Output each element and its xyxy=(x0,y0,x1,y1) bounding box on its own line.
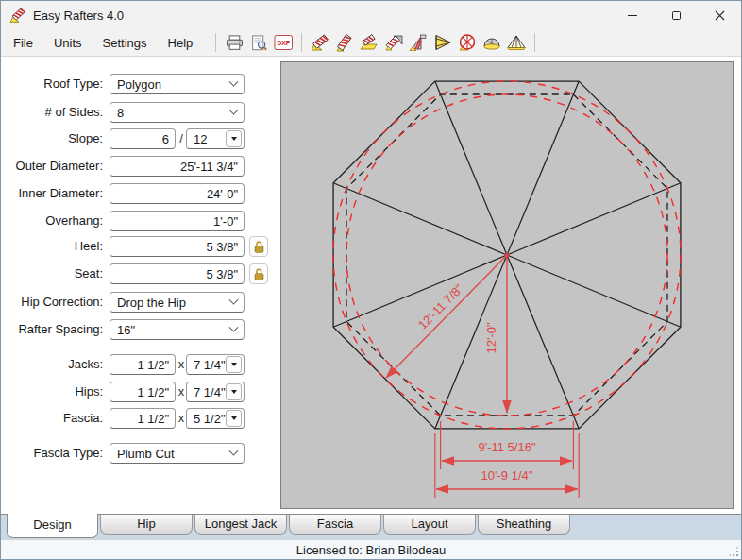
heel-lock-button[interactable] xyxy=(249,236,268,257)
print-button[interactable] xyxy=(222,31,246,54)
gable-roof-tool-button[interactable] xyxy=(430,31,455,54)
seat-input[interactable] xyxy=(110,263,245,284)
roof-plan-canvas: 12'-11 7/8" 12'-0" 9'-11 5/16" 10'-9 1/4… xyxy=(280,61,734,509)
dropdown-arrow-icon xyxy=(231,137,237,141)
fascia-width-value: 5 1/2" xyxy=(194,412,226,426)
dropdown-arrow-button[interactable] xyxy=(226,410,242,427)
maximize-button[interactable] xyxy=(654,1,698,29)
tab-fascia[interactable]: Fascia xyxy=(289,515,381,535)
wall-side-dimension-label: 9'-11 5/16" xyxy=(478,440,535,454)
valley-rafter-tool-button[interactable] xyxy=(381,31,406,54)
common-rafter-tool-button[interactable] xyxy=(308,31,332,54)
fascia-width-select[interactable]: 5 1/2" xyxy=(186,408,245,429)
form-row-sides: # of Sides: 8 xyxy=(1,102,277,123)
jack-rafter-tool-button[interactable] xyxy=(357,31,381,54)
hip-correction-label: Hip Correction: xyxy=(1,292,103,313)
minimize-button[interactable] xyxy=(611,1,654,29)
chevron-down-icon xyxy=(229,295,239,304)
inner-diameter-label: Inner Diameter: xyxy=(1,183,103,204)
title-bar: Easy Rafters 4.0 xyxy=(1,1,741,29)
inner-diameter-input[interactable] xyxy=(110,183,245,204)
form-row-fascia: Fascia: x 5 1/2" xyxy=(1,408,277,429)
gable-roof-icon xyxy=(432,32,453,53)
close-button[interactable] xyxy=(698,1,741,29)
jacks-thickness-input[interactable] xyxy=(110,354,176,375)
slope-base-select[interactable]: 12 xyxy=(186,128,245,149)
fascia-separator: x xyxy=(177,408,186,429)
menu-bar: File Units Settings Help DXF xyxy=(1,29,741,56)
print-icon xyxy=(226,35,244,51)
gazebo-roof-tool-button[interactable] xyxy=(504,31,529,54)
fascia-thickness-input[interactable] xyxy=(110,408,176,429)
polygon-roof-tool-button[interactable] xyxy=(455,31,480,54)
menu-units[interactable]: Units xyxy=(50,33,86,53)
svg-text:DXF: DXF xyxy=(277,40,290,46)
dome-roof-tool-button[interactable] xyxy=(480,31,504,54)
resize-grip[interactable] xyxy=(728,546,739,557)
tab-sheathing[interactable]: Sheathing xyxy=(478,515,570,535)
window-controls xyxy=(611,1,741,29)
print-preview-button[interactable] xyxy=(246,31,271,54)
menu-file[interactable]: File xyxy=(9,33,37,53)
dropdown-arrow-icon xyxy=(231,363,237,366)
app-window: Easy Rafters 4.0 File Units Settings Hel… xyxy=(0,0,742,560)
heel-input[interactable] xyxy=(110,236,245,257)
irregular-hip-icon xyxy=(408,32,429,53)
dxf-export-button[interactable]: DXF xyxy=(271,31,295,54)
roof-type-select[interactable]: Polygon xyxy=(110,74,245,94)
form-row-seat: Seat: xyxy=(1,263,277,284)
hips-thickness-input[interactable] xyxy=(110,382,176,402)
print-preview-icon xyxy=(250,35,268,51)
outer-diameter-input[interactable] xyxy=(110,156,245,177)
form-row-slope: Slope: / 12 xyxy=(1,128,277,149)
toolbar-separator xyxy=(301,33,302,52)
common-rafter-icon xyxy=(310,32,330,53)
dropdown-arrow-button[interactable] xyxy=(226,130,242,147)
dropdown-arrow-button[interactable] xyxy=(226,356,242,373)
menu-settings[interactable]: Settings xyxy=(99,33,151,53)
jacks-width-select[interactable]: 7 1/4" xyxy=(186,354,245,375)
seat-lock-button[interactable] xyxy=(249,263,268,284)
irregular-hip-tool-button[interactable] xyxy=(406,31,430,54)
slope-rise-input[interactable] xyxy=(110,128,176,149)
chevron-down-icon xyxy=(229,322,239,331)
unlock-icon xyxy=(253,240,265,254)
tab-hip[interactable]: Hip xyxy=(100,515,193,535)
form-row-jacks: Jacks: x 7 1/4" xyxy=(1,354,277,375)
rafter-spacing-select[interactable]: 16" xyxy=(110,319,245,340)
form-row-inner-diameter: Inner Diameter: xyxy=(1,183,277,204)
fascia-type-select[interactable]: Plumb Cut xyxy=(110,443,245,464)
hips-width-value: 7 1/4" xyxy=(194,385,226,399)
menu-help[interactable]: Help xyxy=(164,33,197,53)
dxf-icon: DXF xyxy=(274,34,294,51)
dropdown-arrow-icon xyxy=(231,416,237,420)
form-row-rafter-spacing: Rafter Spacing: 16" xyxy=(1,319,277,340)
dropdown-arrow-button[interactable] xyxy=(226,383,242,400)
sides-select[interactable]: 8 xyxy=(110,102,245,123)
hip-correction-select[interactable]: Drop the Hip xyxy=(110,292,245,313)
overhang-input[interactable] xyxy=(110,211,245,231)
roof-type-value: Polygon xyxy=(117,77,230,92)
sides-label: # of Sides: xyxy=(1,102,103,123)
slope-base-value: 12 xyxy=(194,132,226,146)
form-row-hip-correction: Hip Correction: Drop the Hip xyxy=(1,292,277,313)
heel-label: Heel: xyxy=(1,236,103,257)
form-row-outer-diameter: Outer Diameter: xyxy=(1,156,277,177)
sides-value: 8 xyxy=(117,106,230,120)
fascia-side-dimension-label: 10'-9 1/4" xyxy=(481,468,533,483)
polygon-roof-icon xyxy=(457,32,478,53)
minimize-icon xyxy=(628,15,637,16)
roof-plan-drawing: 12'-11 7/8" 12'-0" 9'-11 5/16" 10'-9 1/4… xyxy=(281,62,733,508)
main-content: Roof Type: Polygon # of Sides: 8 Slope: … xyxy=(1,56,741,514)
valley-rafter-icon xyxy=(383,32,404,53)
tab-layout[interactable]: Layout xyxy=(383,515,476,535)
hips-width-select[interactable]: 7 1/4" xyxy=(186,382,245,402)
design-form: Roof Type: Polygon # of Sides: 8 Slope: … xyxy=(1,57,277,514)
chevron-down-icon xyxy=(229,446,239,455)
tab-longest-jack[interactable]: Longest Jack xyxy=(194,515,287,535)
jacks-separator: x xyxy=(177,354,186,375)
dropdown-arrow-icon xyxy=(231,390,237,394)
dimension-extension-lines xyxy=(435,421,579,498)
hip-rafter-tool-button[interactable] xyxy=(332,31,357,54)
tab-design[interactable]: Design xyxy=(7,514,98,538)
